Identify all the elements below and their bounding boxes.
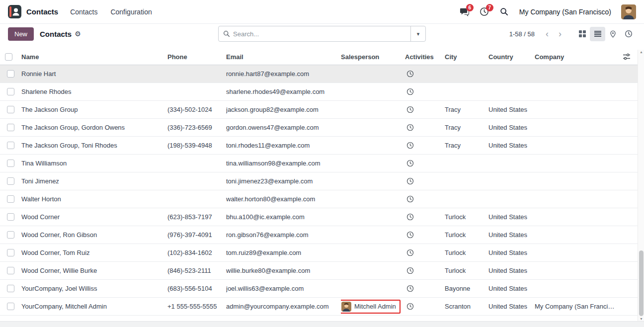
schedule-activity-button[interactable] [406, 177, 414, 185]
cell-name: Wood Corner, Willie Burke [21, 267, 167, 274]
contacts-app-icon[interactable] [8, 5, 21, 18]
search-input[interactable] [233, 26, 410, 41]
navbar-systray: 6 7 My Company (San Francisco) [460, 4, 636, 19]
app-name[interactable]: Contacts [26, 7, 58, 16]
pager-next-button[interactable]: › [555, 29, 565, 38]
user-avatar[interactable] [621, 4, 636, 19]
pager-previous-button[interactable]: ‹ [542, 29, 553, 38]
table-row[interactable]: Wood Corner (623)-853-7197 bhu.a100@ic.e… [0, 208, 638, 226]
row-checkbox[interactable] [7, 160, 14, 167]
activity-clock-icon [406, 106, 414, 113]
cell-country: United States [488, 106, 535, 113]
table-row[interactable]: Tina Williamson tina.williamson98@exampl… [0, 155, 638, 172]
row-checkbox[interactable] [7, 285, 14, 292]
schedule-activity-button[interactable] [406, 195, 414, 203]
schedule-activity-button[interactable] [406, 249, 414, 256]
row-checkbox[interactable] [7, 106, 14, 113]
column-header-city[interactable]: City [445, 53, 488, 61]
schedule-activity-button[interactable] [406, 142, 414, 149]
menu-configuration[interactable]: Configuration [110, 8, 152, 16]
table-row[interactable]: Walter Horton walter.horton80@example.co… [0, 190, 638, 208]
schedule-activity-button[interactable] [406, 267, 414, 274]
horizontal-scrollbar[interactable] [0, 321, 644, 327]
cell-email: tina.williamson98@example.com [226, 160, 341, 167]
table-row[interactable]: The Jackson Group, Toni Rhodes (198)-539… [0, 137, 638, 155]
new-button[interactable]: New [8, 27, 34, 41]
cell-name: Wood Corner [21, 213, 167, 221]
row-checkbox[interactable] [7, 303, 14, 310]
row-checkbox[interactable] [7, 124, 14, 131]
map-view-button[interactable] [605, 27, 621, 41]
cell-country: United States [488, 213, 535, 221]
row-checkbox[interactable] [7, 231, 14, 239]
table-row[interactable]: The Jackson Group (334)-502-1024 jackson… [0, 101, 638, 119]
schedule-activity-button[interactable] [406, 213, 414, 221]
list-view-button[interactable] [590, 27, 605, 41]
cell-name: YourCompany, Mitchell Admin [21, 303, 167, 310]
schedule-activity-button[interactable] [406, 160, 414, 167]
systray-search-button[interactable] [499, 7, 509, 17]
cell-city: Bayonne [445, 285, 488, 292]
schedule-activity-button[interactable] [406, 88, 414, 95]
kanban-view-button[interactable] [574, 27, 590, 41]
optional-columns-button[interactable] [620, 53, 638, 61]
activity-clock-icon [406, 142, 414, 149]
table-row[interactable]: Wood Corner, Ron Gibson (976)-397-4091 r… [0, 226, 638, 244]
top-navbar: Contacts Contacts Configuration 6 7 My C… [0, 0, 644, 24]
search-dropdown-toggle[interactable]: ▾ [410, 26, 425, 41]
menu-contacts[interactable]: Contacts [70, 8, 97, 16]
row-checkbox[interactable] [7, 142, 14, 149]
vertical-scrollbar-thumb[interactable] [639, 250, 644, 316]
table-row[interactable]: Ronnie Hart ronnie.hart87@example.com [0, 65, 638, 83]
schedule-activity-button[interactable] [406, 124, 414, 131]
row-checkbox[interactable] [7, 88, 14, 95]
select-all-checkbox[interactable] [5, 53, 12, 61]
table-row[interactable]: Sharlene Rhodes sharlene.rhodes49@exampl… [0, 83, 638, 101]
cell-email: willie.burke80@example.com [226, 267, 341, 274]
row-checkbox[interactable] [7, 70, 14, 78]
company-switcher[interactable]: My Company (San Francisco) [519, 8, 611, 16]
schedule-activity-button[interactable] [406, 285, 414, 292]
activity-clock-icon [406, 267, 414, 274]
activities-button[interactable]: 7 [480, 7, 489, 17]
cell-email: tom.ruiz89@example.com [226, 249, 341, 256]
schedule-activity-button[interactable] [406, 70, 414, 78]
column-header-phone[interactable]: Phone [167, 53, 226, 61]
column-header-name[interactable]: Name [21, 53, 167, 61]
cell-country: United States [488, 285, 535, 292]
messages-button[interactable]: 6 [460, 7, 470, 17]
table-row[interactable]: YourCompany, Mitchell Admin +1 555-555-5… [0, 298, 638, 316]
activity-clock-icon [625, 30, 633, 38]
table-row[interactable]: Wood Corner, Tom Ruiz (102)-834-1602 tom… [0, 244, 638, 262]
schedule-activity-button[interactable] [406, 303, 414, 310]
breadcrumb: Contacts [40, 30, 72, 38]
row-checkbox[interactable] [7, 195, 14, 203]
activity-clock-icon [406, 177, 414, 185]
table-row[interactable]: Toni Jimenez toni.jimenez23@example.com [0, 172, 638, 190]
column-header-country[interactable]: Country [488, 53, 535, 61]
sliders-icon [623, 53, 631, 61]
activity-view-button[interactable] [621, 27, 636, 41]
table-row[interactable]: The Jackson Group, Gordon Owens (336)-72… [0, 119, 638, 137]
scroll-down-icon[interactable]: ▼ [638, 317, 644, 321]
schedule-activity-button[interactable] [406, 106, 414, 113]
action-gear-icon[interactable]: ⚙ [75, 30, 81, 38]
column-header-email[interactable]: Email [226, 53, 341, 61]
cell-city: Scranton [445, 303, 488, 310]
column-header-salesperson[interactable]: Salesperson [341, 53, 405, 61]
column-header-activities[interactable]: Activities [405, 53, 445, 61]
scroll-up-icon[interactable]: ▲ [638, 50, 644, 54]
control-panel-right: 1-58 / 58 ‹ › [509, 27, 636, 41]
activity-clock-icon [406, 195, 414, 203]
row-checkbox[interactable] [7, 213, 14, 221]
cell-country: United States [488, 231, 535, 239]
activity-clock-icon [406, 160, 414, 167]
vertical-scrollbar[interactable]: ▲ ▼ [638, 50, 644, 321]
table-row[interactable]: Wood Corner, Willie Burke (846)-523-2111… [0, 262, 638, 280]
row-checkbox[interactable] [7, 177, 14, 185]
row-checkbox[interactable] [7, 249, 14, 256]
table-row[interactable]: YourCompany, Joel Williss (683)-556-5104… [0, 280, 638, 298]
column-header-company[interactable]: Company [535, 53, 620, 61]
row-checkbox[interactable] [7, 267, 14, 274]
schedule-activity-button[interactable] [406, 231, 414, 239]
